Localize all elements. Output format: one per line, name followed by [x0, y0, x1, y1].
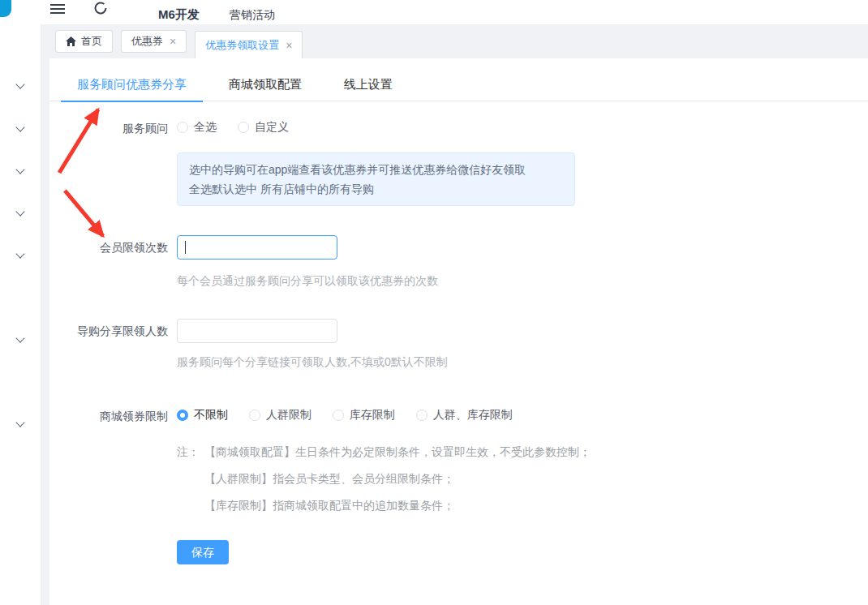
- radio-icon: [249, 410, 260, 421]
- tag-label: 首页: [81, 34, 102, 49]
- note-line: 【商城领取配置】生日条件为必定限制条件，设置即生效，不受此参数控制；: [204, 439, 591, 466]
- advisor-row: 服务顾问 全选 自定义: [49, 120, 868, 136]
- radio-icon: [177, 122, 188, 133]
- app-logo-icon: [0, 0, 11, 17]
- guide-limit-input[interactable]: [177, 319, 337, 343]
- sidebar-chevron-down-icon[interactable]: [17, 335, 24, 342]
- settings-card: 服务顾问优惠券分享 商城领取配置 线上设置 服务顾问 全选 自定义: [49, 58, 868, 605]
- sidebar-chevron-down-icon[interactable]: [17, 419, 24, 427]
- tab-advisor-coupon-share[interactable]: 服务顾问优惠券分享: [61, 68, 203, 102]
- text-caret: [185, 241, 186, 254]
- main-content-area: 首页 优惠券 × 优惠券领取设置 × 服务顾问优惠券分享 商城领取配置 线上设置…: [41, 24, 868, 605]
- tab-online-settings[interactable]: 线上设置: [328, 68, 409, 101]
- member-limit-input[interactable]: [177, 235, 337, 260]
- member-limit-row: 会员限领次数: [49, 235, 868, 260]
- mall-limit-label: 商城领券限制: [49, 408, 177, 424]
- radio-label: 自定义: [255, 120, 289, 135]
- sidebar-chevron-down-icon[interactable]: [17, 208, 24, 216]
- tag-label: 优惠券: [131, 34, 163, 49]
- settings-form: 服务顾问 全选 自定义 选中的导购可在app端查看: [49, 120, 868, 564]
- close-icon[interactable]: ×: [286, 40, 292, 51]
- save-row: 保存: [49, 540, 868, 564]
- info-alert: 选中的导购可在app端查看该优惠券并可推送优惠券给微信好友领取 全选默认选中 所…: [177, 152, 575, 206]
- radio-label: 人群限制: [266, 408, 312, 423]
- member-limit-label: 会员限领次数: [49, 239, 177, 255]
- tag-label: 优惠券领取设置: [205, 38, 279, 53]
- advisor-label: 服务顾问: [49, 120, 177, 136]
- home-icon: [66, 36, 76, 46]
- radio-label: 库存限制: [350, 408, 395, 423]
- radio-stock-limit[interactable]: 库存限制: [333, 408, 395, 423]
- tag-coupon[interactable]: 优惠券 ×: [121, 30, 187, 53]
- guide-limit-help: 服务顾问每个分享链接可领取人数,不填或0默认不限制: [177, 355, 448, 368]
- radio-custom[interactable]: 自定义: [238, 120, 289, 135]
- sidebar: [0, 0, 41, 605]
- info-line: 全选默认选中 所有店铺中的所有导购: [189, 179, 563, 199]
- guide-limit-label: 导购分享限领人数: [49, 323, 177, 339]
- notes-row: 注： 【商城领取配置】生日条件为必定限制条件，设置即生效，不受此参数控制； 【人…: [49, 439, 868, 519]
- radio-icon: [416, 410, 428, 421]
- save-button[interactable]: 保存: [177, 540, 229, 564]
- notes: 注： 【商城领取配置】生日条件为必定限制条件，设置即生效，不受此参数控制； 【人…: [177, 439, 868, 519]
- tag-coupon-claim-settings[interactable]: 优惠券领取设置 ×: [195, 31, 303, 59]
- tag-home[interactable]: 首页: [55, 30, 113, 53]
- radio-no-limit[interactable]: 不限制: [177, 408, 228, 423]
- tab-nav: 服务顾问优惠券分享 商城领取配置 线上设置: [49, 68, 868, 101]
- note-line: 【库存限制】指商城领取配置中的追加数量条件；: [204, 492, 591, 519]
- radio-crowd-stock-limit[interactable]: 人群、库存限制: [416, 408, 513, 423]
- hamburger-icon[interactable]: [50, 2, 65, 13]
- radio-icon: [238, 122, 249, 133]
- refresh-icon[interactable]: [92, 0, 109, 16]
- sidebar-chevron-down-icon[interactable]: [17, 81, 24, 88]
- tags-bar: 首页 优惠券 × 优惠券领取设置 ×: [41, 24, 868, 58]
- notes-prefix: 注：: [177, 439, 200, 519]
- radio-crowd-limit[interactable]: 人群限制: [249, 408, 312, 423]
- member-limit-help-row: 每个会员通过服务顾问分享可以领取该优惠券的次数: [49, 274, 868, 287]
- radio-label: 人群、库存限制: [433, 408, 513, 423]
- radio-icon: [333, 410, 344, 421]
- guide-limit-help-row: 服务顾问每个分享链接可领取人数,不填或0默认不限制: [49, 355, 868, 368]
- info-line: 选中的导购可在app端查看该优惠券并可推送优惠券给微信好友领取: [189, 160, 563, 179]
- guide-limit-row: 导购分享限领人数: [49, 319, 868, 343]
- topbar: M6开发 营销活动: [41, 0, 868, 24]
- radio-selected-icon: [177, 410, 188, 421]
- sidebar-chevron-down-icon[interactable]: [17, 124, 24, 131]
- radio-select-all[interactable]: 全选: [177, 120, 217, 135]
- sidebar-chevron-down-icon[interactable]: [17, 251, 24, 258]
- topbar-menu-marketing[interactable]: 营销活动: [230, 8, 275, 23]
- note-line: 【人群限制】指会员卡类型、会员分组限制条件；: [204, 466, 591, 492]
- advisor-info-row: 选中的导购可在app端查看该优惠券并可推送优惠券给微信好友领取 全选默认选中 所…: [49, 152, 868, 206]
- close-icon[interactable]: ×: [170, 36, 176, 47]
- sidebar-chevron-down-icon[interactable]: [17, 166, 24, 174]
- radio-label: 全选: [194, 120, 217, 135]
- app-title: M6开发: [158, 7, 200, 23]
- tab-mall-claim-config[interactable]: 商城领取配置: [213, 68, 318, 101]
- mall-limit-row: 商城领券限制 不限制 人群限制 库存限制: [49, 408, 868, 424]
- radio-label: 不限制: [194, 408, 228, 423]
- member-limit-help: 每个会员通过服务顾问分享可以领取该优惠券的次数: [177, 274, 438, 287]
